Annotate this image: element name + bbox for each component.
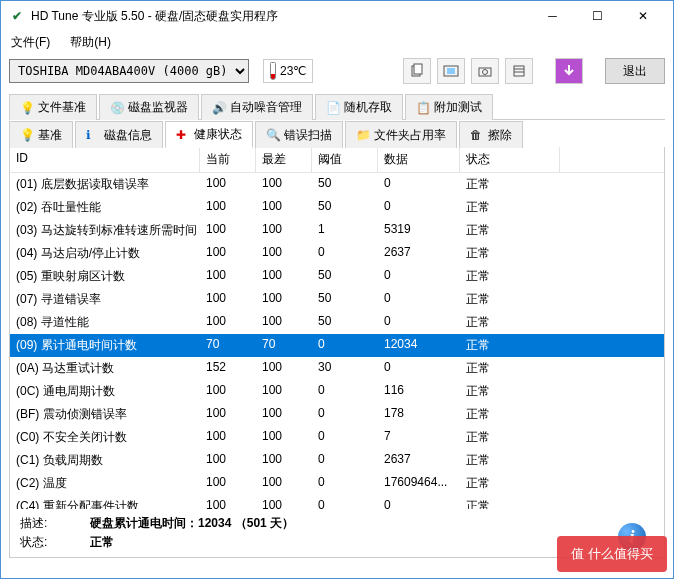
cell: 100 — [256, 311, 312, 334]
cell: 正常 — [460, 334, 560, 357]
camera-button[interactable] — [471, 58, 499, 84]
tab-health[interactable]: ✚健康状态 — [165, 121, 253, 148]
cell: 100 — [256, 380, 312, 403]
table-row[interactable]: (C0) 不安全关闭计数10010007正常 — [10, 426, 664, 449]
cell: 100 — [200, 288, 256, 311]
window-title: HD Tune 专业版 5.50 - 硬盘/固态硬盘实用程序 — [31, 8, 530, 25]
temperature-display: 23℃ — [263, 59, 313, 83]
cell: 116 — [378, 380, 460, 403]
cell: 0 — [312, 334, 378, 357]
cell: 7 — [378, 426, 460, 449]
thermometer-icon — [270, 62, 276, 80]
disk-icon: 💿 — [110, 101, 124, 115]
cell: 100 — [200, 265, 256, 288]
cell: (C4) 重新分配事件计数 — [10, 495, 200, 509]
cell: (02) 吞吐量性能 — [10, 196, 200, 219]
cell: 100 — [200, 380, 256, 403]
cell: 正常 — [460, 495, 560, 509]
settings-button[interactable] — [505, 58, 533, 84]
cell: 152 — [200, 357, 256, 380]
tab-disk-info[interactable]: ℹ磁盘信息 — [75, 121, 163, 148]
table-row[interactable]: (C2) 温度100100017609464...正常 — [10, 472, 664, 495]
col-id[interactable]: ID — [10, 147, 200, 172]
cell: 正常 — [460, 265, 560, 288]
copy-button[interactable] — [403, 58, 431, 84]
tab-file-benchmark[interactable]: 💡文件基准 — [9, 94, 97, 120]
cell: 100 — [256, 357, 312, 380]
screenshot-button[interactable] — [437, 58, 465, 84]
table-row[interactable]: (01) 底层数据读取错误率100100500正常 — [10, 173, 664, 196]
col-worst[interactable]: 最差 — [256, 147, 312, 172]
cell: 178 — [378, 403, 460, 426]
cell: 正常 — [460, 288, 560, 311]
cell: 100 — [200, 472, 256, 495]
col-current[interactable]: 当前 — [200, 147, 256, 172]
tab-folder-usage[interactable]: 📁文件夹占用率 — [345, 121, 457, 148]
tab-random-access[interactable]: 📄随机存取 — [315, 94, 403, 120]
cell: 0 — [378, 288, 460, 311]
table-row[interactable]: (05) 重映射扇区计数100100500正常 — [10, 265, 664, 288]
cell: 0 — [378, 495, 460, 509]
table-row[interactable]: (0C) 通电周期计数1001000116正常 — [10, 380, 664, 403]
cell: 正常 — [460, 426, 560, 449]
cell: 100 — [200, 219, 256, 242]
tab-error-scan[interactable]: 🔍错误扫描 — [255, 121, 343, 148]
tab-benchmark[interactable]: 💡基准 — [9, 121, 73, 148]
table-row[interactable]: (03) 马达旋转到标准转速所需时间10010015319正常 — [10, 219, 664, 242]
cell: 正常 — [460, 380, 560, 403]
speaker-icon: 🔊 — [212, 101, 226, 115]
cell: 0 — [378, 265, 460, 288]
cell: 0 — [312, 426, 378, 449]
menu-help[interactable]: 帮助(H) — [64, 32, 117, 53]
cell: 0 — [312, 495, 378, 509]
table-row[interactable]: (09) 累计通电时间计数7070012034正常 — [10, 334, 664, 357]
search-icon: 🔍 — [266, 128, 280, 142]
col-threshold[interactable]: 阈值 — [312, 147, 378, 172]
tab-disk-monitor[interactable]: 💿磁盘监视器 — [99, 94, 199, 120]
maximize-button[interactable]: ☐ — [575, 2, 620, 30]
health-panel: ID 当前 最差 阈值 数据 状态 (01) 底层数据读取错误率10010050… — [9, 147, 665, 558]
trash-icon: 🗑 — [470, 128, 484, 142]
cell: 100 — [200, 242, 256, 265]
cell: 1 — [312, 219, 378, 242]
cell: 100 — [256, 426, 312, 449]
smart-table: ID 当前 最差 阈值 数据 状态 (01) 底层数据读取错误率10010050… — [10, 147, 664, 509]
cell: 正常 — [460, 449, 560, 472]
col-status[interactable]: 状态 — [460, 147, 560, 172]
cell: 100 — [256, 219, 312, 242]
cell: 5319 — [378, 219, 460, 242]
table-row[interactable]: (C4) 重新分配事件计数10010000正常 — [10, 495, 664, 509]
cell: 正常 — [460, 219, 560, 242]
drive-select[interactable]: TOSHIBA MD04ABA400V (4000 gB) — [9, 59, 249, 83]
info-icon: ℹ — [86, 128, 100, 142]
table-row[interactable]: (07) 寻道错误率100100500正常 — [10, 288, 664, 311]
tab-extra-test[interactable]: 📋附加测试 — [405, 94, 493, 120]
table-body[interactable]: (01) 底层数据读取错误率100100500正常(02) 吞吐量性能10010… — [10, 173, 664, 509]
save-button[interactable] — [555, 58, 583, 84]
table-row[interactable]: (C1) 负载周期数10010002637正常 — [10, 449, 664, 472]
cell: 0 — [378, 311, 460, 334]
status-value: 正常 — [90, 534, 114, 551]
tab-auto-noise[interactable]: 🔊自动噪音管理 — [201, 94, 313, 120]
exit-button[interactable]: 退出 — [605, 58, 665, 84]
table-row[interactable]: (04) 马达启动/停止计数10010002637正常 — [10, 242, 664, 265]
cell: 2637 — [378, 449, 460, 472]
table-row[interactable]: (0A) 马达重试计数152100300正常 — [10, 357, 664, 380]
cell: 17609464... — [378, 472, 460, 495]
tab-erase[interactable]: 🗑擦除 — [459, 121, 523, 148]
minimize-button[interactable]: ─ — [530, 2, 575, 30]
col-data[interactable]: 数据 — [378, 147, 460, 172]
cell: 2637 — [378, 242, 460, 265]
temperature-value: 23℃ — [280, 64, 306, 78]
menu-file[interactable]: 文件(F) — [5, 32, 56, 53]
table-row[interactable]: (02) 吞吐量性能100100500正常 — [10, 196, 664, 219]
table-row[interactable]: (BF) 震动侦测错误率1001000178正常 — [10, 403, 664, 426]
cell: 100 — [256, 288, 312, 311]
status-label: 状态: — [20, 534, 60, 551]
close-button[interactable]: ✕ — [620, 2, 665, 30]
cell: 正常 — [460, 311, 560, 334]
menubar: 文件(F) 帮助(H) — [1, 31, 673, 53]
cell: (C0) 不安全关闭计数 — [10, 426, 200, 449]
cell: 0 — [378, 173, 460, 196]
table-row[interactable]: (08) 寻道性能100100500正常 — [10, 311, 664, 334]
